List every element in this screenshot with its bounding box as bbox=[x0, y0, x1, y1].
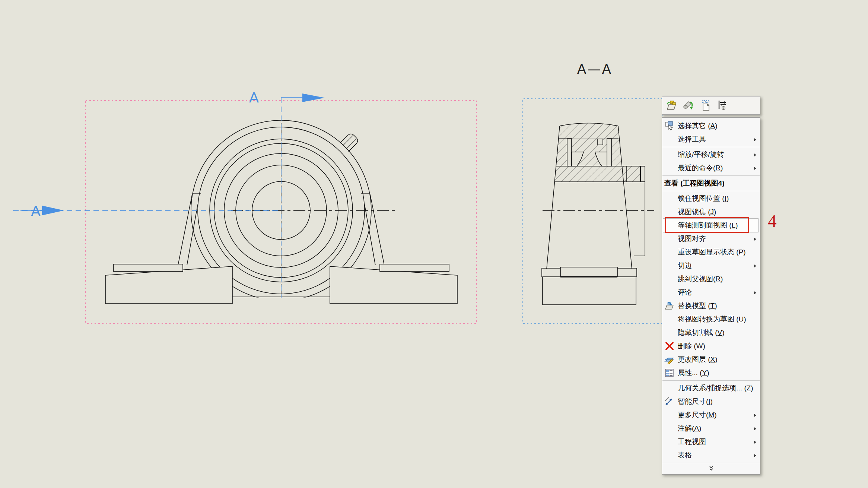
submenu-arrow-icon bbox=[754, 291, 756, 295]
menu-item-label: 表格 bbox=[678, 450, 692, 460]
menu-item-label: 等轴测剖面视图 (L) bbox=[678, 221, 738, 230]
menu-item-label: 评论 bbox=[678, 288, 692, 297]
submenu-arrow-icon bbox=[754, 138, 756, 142]
menu-item-label: 属性... (Y) bbox=[678, 368, 709, 378]
submenu-arrow-icon bbox=[754, 237, 756, 241]
menu-item-label: 注解(A) bbox=[678, 424, 701, 433]
menu-item-11[interactable]: 视图对齐 bbox=[662, 232, 760, 245]
replace-model-icon bbox=[664, 301, 675, 311]
solidworks-drawing-canvas: A A A—A bbox=[0, 0, 868, 488]
front-view-drawing-view[interactable]: A A bbox=[13, 89, 477, 323]
submenu-arrow-icon bbox=[754, 167, 756, 170]
menu-item-label: 锁住视图位置 (I) bbox=[678, 194, 729, 203]
submenu-arrow-icon bbox=[754, 427, 756, 431]
smart-dimension-icon bbox=[664, 396, 675, 407]
grease-nipple bbox=[340, 132, 359, 152]
menu-item-13[interactable]: 切边 bbox=[662, 259, 760, 272]
select-other-icon bbox=[664, 121, 675, 131]
view-alignment-icon[interactable] bbox=[716, 98, 729, 113]
menu-item-1[interactable]: 选择工具 bbox=[662, 133, 760, 146]
menu-item-label: 视图对齐 bbox=[678, 234, 706, 244]
section-view-title: A—A bbox=[577, 61, 612, 77]
menu-item-25[interactable]: 更多尺寸(M) bbox=[662, 408, 760, 422]
menu-item-14[interactable]: 跳到父视图(R) bbox=[662, 272, 760, 286]
menu-item-0[interactable]: 选择其它 (A) bbox=[662, 119, 760, 133]
section-view-drawing-view[interactable]: A—A bbox=[523, 61, 663, 323]
menu-expand-chevron-icon[interactable] bbox=[662, 464, 760, 473]
context-toolbar bbox=[662, 96, 760, 115]
menu-item-16[interactable]: 替换模型 (T) bbox=[662, 299, 760, 313]
menu-item-label: 最近的命令(R) bbox=[678, 163, 723, 173]
menu-item-label: 工程视图 bbox=[678, 437, 706, 447]
section-letter-left: A bbox=[31, 203, 41, 219]
menu-item-label: 更多尺寸(M) bbox=[678, 410, 716, 420]
open-part-icon[interactable] bbox=[665, 98, 679, 113]
submenu-arrow-icon bbox=[754, 153, 756, 157]
section-base bbox=[542, 267, 637, 305]
menu-item-label: 将视图转换为草图 (U) bbox=[678, 314, 746, 324]
properties-icon bbox=[664, 368, 675, 378]
step-number-annotation: 4 bbox=[768, 211, 777, 231]
menu-item-label: 几何关系/捕捉选项... (Z) bbox=[678, 383, 753, 393]
menu-separator bbox=[662, 175, 760, 177]
menu-item-12[interactable]: 重设草图显示状态 (P) bbox=[662, 245, 760, 259]
menu-header-view: 查看 (工程图视图4) bbox=[662, 177, 760, 190]
menu-item-19[interactable]: 删除 (W) bbox=[662, 339, 760, 353]
menu-item-label: 跳到父视图(R) bbox=[678, 274, 723, 284]
section-tool-icon[interactable] bbox=[682, 98, 696, 113]
menu-item-4[interactable]: 最近的命令(R) bbox=[662, 161, 760, 175]
menu-item-24[interactable]: 智能尺寸(I) bbox=[662, 395, 760, 408]
menu-separator bbox=[662, 462, 760, 464]
submenu-arrow-icon bbox=[754, 413, 756, 417]
menu-item-27[interactable]: 工程视图 bbox=[662, 435, 760, 449]
menu-item-9[interactable]: 视图锁焦 (J) bbox=[662, 205, 760, 219]
menu-item-label: 删除 (W) bbox=[678, 341, 705, 351]
menu-item-label: 缩放/平移/旋转 bbox=[678, 150, 724, 159]
mask bbox=[246, 298, 317, 309]
submenu-arrow-icon bbox=[754, 440, 756, 444]
menu-item-18[interactable]: 隐藏切割线 (V) bbox=[662, 326, 760, 339]
delete-icon bbox=[664, 341, 675, 351]
menu-item-8[interactable]: 锁住视图位置 (I) bbox=[662, 192, 760, 205]
section-arrow-icon bbox=[42, 206, 64, 215]
menu-item-label: 替换模型 (T) bbox=[678, 301, 717, 311]
menu-item-28[interactable]: 表格 bbox=[662, 449, 760, 462]
menu-item-label: 切边 bbox=[678, 261, 692, 270]
menu-item-23[interactable]: 几何关系/捕捉选项... (Z) bbox=[662, 381, 760, 395]
menu-item-15[interactable]: 评论 bbox=[662, 286, 760, 299]
menu-item-label: 视图锁焦 (J) bbox=[678, 207, 716, 217]
section-letter-top: A bbox=[249, 89, 259, 106]
menu-item-17[interactable]: 将视图转换为草图 (U) bbox=[662, 313, 760, 326]
menu-item-26[interactable]: 注解(A) bbox=[662, 422, 760, 435]
menu-item-label: 重设草图显示状态 (P) bbox=[678, 247, 746, 257]
menu-item-label: 选择其它 (A) bbox=[678, 121, 718, 131]
menu-item-label: 智能尺寸(I) bbox=[678, 397, 713, 406]
change-layer-icon bbox=[664, 354, 675, 365]
context-menu: 选择其它 (A)选择工具缩放/平移/旋转最近的命令(R)查看 (工程图视图4)锁… bbox=[662, 117, 760, 475]
convert-to-sketch-icon[interactable] bbox=[699, 98, 712, 113]
menu-item-label: 隐藏切割线 (V) bbox=[678, 328, 725, 338]
submenu-arrow-icon bbox=[754, 454, 756, 457]
menu-item-21[interactable]: 属性... (Y) bbox=[662, 366, 760, 380]
menu-item-10[interactable]: 等轴测剖面视图 (L) bbox=[662, 219, 760, 232]
menu-item-20[interactable]: 更改图层 (X) bbox=[662, 353, 760, 366]
menu-item-3[interactable]: 缩放/平移/旋转 bbox=[662, 148, 760, 161]
menu-item-label: 更改图层 (X) bbox=[678, 355, 718, 364]
submenu-arrow-icon bbox=[754, 264, 756, 268]
menu-item-label: 选择工具 bbox=[678, 134, 706, 144]
